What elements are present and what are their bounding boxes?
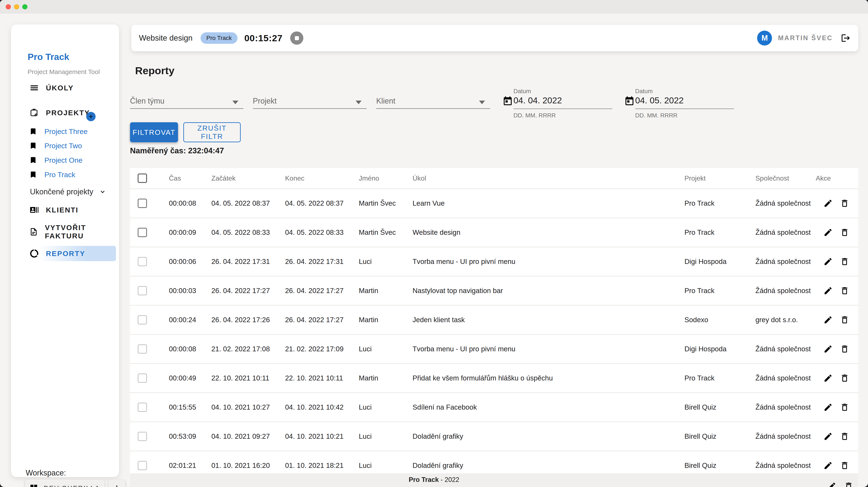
date-from-field[interactable]: Datum 04. 04. 2022 DD. MM. RRRR — [502, 86, 613, 120]
logout-icon[interactable] — [841, 33, 850, 43]
cell-projekt: Pro Track — [684, 228, 755, 236]
table-row: 00:15:55 04. 10. 2021 10:27 04. 10. 2021… — [130, 392, 858, 422]
row-checkbox-cell — [130, 373, 169, 383]
row-checkbox[interactable] — [138, 315, 147, 324]
column-header: Projekt — [684, 174, 755, 182]
cell-jmeno: Martin — [359, 316, 412, 324]
calendar-icon[interactable] — [502, 96, 513, 107]
row-actions — [816, 373, 858, 383]
cell-cas: 00:00:49 — [169, 374, 211, 382]
sidebar-item-klienti[interactable]: KLIENTI — [29, 203, 79, 216]
calendar-icon[interactable] — [624, 96, 635, 107]
cell-ukol: Learn Vue — [412, 199, 684, 207]
cell-cas: 00:15:55 — [169, 403, 211, 411]
field-underline — [253, 108, 367, 109]
bookmark-icon — [29, 171, 37, 179]
row-checkbox[interactable] — [138, 228, 147, 237]
project-link-label: Project Two — [44, 142, 82, 150]
cell-spolecnost: Žádná společnost — [755, 228, 816, 236]
row-actions — [816, 257, 858, 266]
trash-icon — [840, 257, 849, 266]
pencil-icon — [824, 257, 833, 266]
cell-konec: 22. 10. 2021 10:11 — [285, 374, 359, 382]
sidebar-project-link[interactable]: Pro Track — [29, 169, 75, 180]
cell-ukol: Doladění grafiky — [412, 432, 684, 440]
trash-icon — [840, 373, 849, 383]
row-checkbox[interactable] — [138, 199, 147, 208]
cell-ukol: Nastylovat top navigation bar — [412, 287, 684, 295]
row-checkbox[interactable] — [138, 373, 147, 383]
edit-button[interactable] — [824, 228, 833, 237]
row-checkbox[interactable] — [138, 257, 147, 266]
close-window-button[interactable] — [6, 4, 11, 9]
member-select[interactable]: Člen týmu — [130, 93, 243, 109]
avatar[interactable]: M — [757, 31, 772, 46]
add-project-button[interactable] — [86, 112, 96, 121]
date-to-value[interactable]: 04. 05. 2022 — [635, 95, 684, 106]
delete-button[interactable] — [840, 199, 849, 208]
trash-icon — [840, 461, 849, 470]
edit-button — [824, 432, 833, 441]
cell-spolecnost: Žádná společnost — [755, 287, 816, 295]
field-underline — [130, 108, 243, 109]
sidebar-item-label: KLIENTI — [46, 206, 79, 214]
stop-timer-button[interactable] — [290, 31, 303, 45]
client-select[interactable]: Klient — [376, 93, 490, 109]
running-task-name: Website design — [139, 34, 192, 42]
filter-button[interactable]: FILTROVAT — [130, 122, 178, 142]
cell-konec: 04. 05. 2022 08:33 — [285, 228, 359, 236]
date-to-field[interactable]: Datum 04. 05. 2022 DD. MM. RRRR — [624, 86, 735, 120]
row-checkbox-cell — [130, 257, 169, 266]
cell-konec: 21. 02. 2022 17:09 — [285, 345, 359, 353]
delete-button[interactable] — [840, 228, 849, 237]
client-select-label: Klient — [376, 96, 395, 106]
cell-zacatek: 04. 10. 2021 10:27 — [211, 403, 285, 411]
maximize-window-button[interactable] — [22, 4, 27, 9]
cell-projekt: Birell Quiz — [684, 403, 755, 411]
sidebar-item-ukoly[interactable]: ÚKOLY — [29, 82, 74, 94]
cell-ukol: Tvorba menu - UI pro pivní menu — [412, 345, 684, 353]
sidebar-project-link[interactable]: Project Two — [29, 140, 82, 151]
column-header: Úkol — [412, 174, 684, 182]
project-select[interactable]: Projekt — [253, 93, 367, 109]
cell-ukol: Přidat ke všem formulářům hlášku o úspěc… — [412, 374, 684, 382]
cell-projekt: Sodexo — [684, 316, 755, 324]
delete-button — [840, 461, 849, 470]
cell-jmeno: Luci — [359, 403, 412, 411]
edit-button — [824, 461, 833, 470]
cell-spolecnost: Žádná společnost — [755, 461, 816, 469]
sidebar-project-link[interactable]: Project Three — [29, 126, 88, 137]
edit-button — [824, 286, 833, 295]
cell-projekt: Pro Track — [684, 287, 755, 295]
cell-jmeno: Luci — [359, 258, 412, 266]
cell-zacatek: 26. 04. 2022 17:26 — [211, 316, 285, 324]
chevron-down-icon — [99, 188, 106, 196]
row-checkbox-cell — [130, 315, 169, 324]
row-checkbox[interactable] — [138, 286, 147, 295]
row-checkbox[interactable] — [138, 461, 147, 470]
row-checkbox[interactable] — [138, 403, 147, 412]
sidebar-item-projekty[interactable]: PROJEKTY — [29, 106, 90, 119]
row-checkbox-cell — [130, 199, 169, 208]
row-checkbox[interactable] — [138, 432, 147, 441]
cell-projekt: Digi Hospoda — [684, 345, 755, 353]
sidebar-item-vytvorit-fakturu[interactable]: VYTVOŘIT FAKTURU — [29, 225, 119, 238]
minimize-window-button[interactable] — [14, 4, 19, 9]
select-all-checkbox[interactable] — [138, 174, 147, 183]
sidebar-item-label: PROJEKTY — [46, 109, 90, 117]
cell-zacatek: 22. 10. 2021 10:11 — [211, 374, 285, 382]
sidebar-item-reporty[interactable]: REPORTY — [29, 247, 85, 260]
finished-projects-toggle[interactable]: Ukončené projekty — [30, 186, 106, 198]
row-checkbox-cell — [130, 461, 169, 470]
clear-filter-button[interactable]: ZRUŠIT FILTR — [183, 122, 241, 142]
cell-ukol: Doladění grafiky — [412, 461, 684, 469]
sidebar-project-link[interactable]: Project One — [29, 154, 83, 166]
row-checkbox[interactable] — [138, 344, 147, 354]
table-row: 00:00:08 21. 02. 2022 17:08 21. 02. 2022… — [130, 334, 858, 363]
edit-button[interactable] — [824, 199, 833, 208]
date-from-value[interactable]: 04. 04. 2022 — [514, 95, 562, 106]
footer-year: - 2022 — [439, 476, 459, 483]
table-row: 00:00:49 22. 10. 2021 10:11 22. 10. 2021… — [130, 363, 858, 392]
sidebar: Pro Track Project Management Tool ÚKOLY … — [11, 25, 119, 477]
row-actions — [816, 344, 858, 354]
